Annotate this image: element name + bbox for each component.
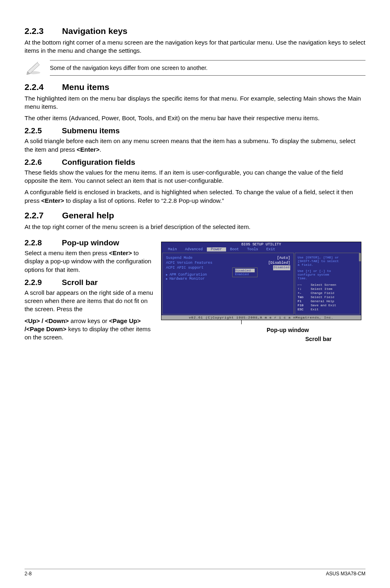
text: .	[99, 146, 101, 153]
para-225-1: A solid triangle before each item on any…	[25, 137, 365, 154]
heading-225: 2.2.5 Submenu items	[25, 126, 365, 135]
secnum: 2.2.4	[25, 82, 60, 92]
para-226-2: A configurable field is enclosed in brac…	[25, 188, 365, 205]
note-row: Some of the navigation keys differ from …	[25, 59, 365, 76]
bios-tab-exit[interactable]: Exit	[262, 247, 279, 251]
bios-help-line: Use [+] or [-] to	[298, 269, 357, 273]
bios-popup-option[interactable]: Disabled	[235, 269, 255, 272]
bios-popup-option[interactable]: Enabled	[235, 272, 255, 276]
heading-228: 2.2.8 Pop-up window	[25, 238, 155, 247]
nav-key: ESC	[298, 307, 308, 312]
bios-label: Suspend Mode	[166, 256, 193, 260]
bios-tab-boot[interactable]: Boot	[226, 247, 243, 251]
sectitle: Navigation keys	[62, 26, 128, 36]
note-text: Some of the navigation keys differ from …	[50, 60, 365, 76]
bios-help-line: Time.	[298, 276, 357, 280]
bios-help-line: [SHIFT-TAB] to select	[298, 259, 357, 263]
bios-menubar: Main Advanced Power Boot Tools Exit	[161, 247, 361, 252]
bios-row[interactable]: ACPI APIC support Disabled	[166, 265, 290, 270]
bios-tab-tools[interactable]: Tools	[243, 247, 262, 251]
bios-help-line: configure system	[298, 273, 357, 276]
key-enter: <Enter>	[77, 146, 100, 153]
heading-223: 2.2.3 Navigation keys	[25, 26, 365, 36]
text: to display a list of options. Refer to “…	[64, 197, 224, 204]
bios-tab-advanced[interactable]: Advanced	[181, 247, 207, 251]
sectitle: Submenu items	[62, 126, 119, 135]
bios-label: ACPI Version Features	[166, 260, 212, 265]
bios-label: ACPI APIC support	[166, 265, 204, 270]
sectitle: Menu items	[62, 82, 110, 92]
nav-key: F10	[298, 303, 308, 307]
secnum: 2.2.9	[25, 278, 60, 287]
bios-popup[interactable]: Disabled Enabled	[232, 267, 258, 277]
para-228-1: Select a menu item then press <Enter> to…	[25, 249, 155, 274]
nav-text: Exit	[311, 307, 318, 312]
para-224-2: The other items (Advanced, Power, Boot, …	[25, 114, 365, 122]
key-enter: <Enter>	[41, 197, 64, 204]
heading-226: 2.2.6 Configuration fields	[25, 158, 365, 167]
bios-help-line: a field.	[298, 263, 357, 267]
sectitle: Pop-up window	[62, 238, 119, 247]
bios-footer: v02.61 (C)Copyright 1985-2008,A m e r i …	[161, 315, 361, 320]
heading-227: 2.2.7 General help	[25, 211, 365, 220]
secnum: 2.2.8	[25, 238, 60, 247]
nav-key: ↑↓	[298, 287, 308, 291]
para-227-1: At the top right corner of the menu scre…	[25, 223, 365, 231]
para-223-1: At the bottom right corner of a menu scr…	[25, 38, 365, 55]
bios-value: [Auto]	[277, 256, 290, 260]
secnum: 2.2.6	[25, 158, 60, 167]
bios-submenu[interactable]: Hardware Monitor	[166, 277, 290, 281]
nav-key: +-	[298, 291, 308, 295]
text: arrow keys or	[69, 317, 109, 324]
nav-text: Change Field	[311, 291, 334, 295]
key-enter: <Enter>	[109, 249, 132, 256]
para-224-1: The highlighted item on the menu bar dis…	[25, 94, 365, 111]
nav-key: F1	[298, 299, 308, 303]
caption-popup: Pop-up window	[210, 327, 365, 333]
sectitle: General help	[62, 211, 114, 220]
key-updown: <Up> / <Down>	[25, 317, 69, 324]
text: Select a menu item then press	[25, 249, 109, 256]
nav-text: General Help	[311, 299, 334, 303]
nav-key: ←→	[298, 283, 308, 287]
nav-key: Tab	[298, 295, 308, 299]
bios-value: Disabled	[273, 265, 290, 270]
bios-nav-block: ←→Select Screen ↑↓Select Item +-Change F…	[298, 283, 357, 312]
para-226-1: These fields show the values for the men…	[25, 168, 365, 185]
bios-screenshot: BIOS SETUP UTILITY Main Advanced Power B…	[161, 242, 361, 320]
sectitle: Configuration fields	[62, 158, 135, 166]
bios-tab-main[interactable]: Main	[164, 247, 181, 251]
heading-229: 2.2.9 Scroll bar	[25, 278, 155, 287]
bios-title: BIOS SETUP UTILITY	[161, 242, 361, 247]
secnum: 2.2.5	[25, 126, 60, 135]
pencil-icon	[25, 59, 43, 76]
heading-224: 2.2.4 Menu items	[25, 82, 365, 92]
secnum: 2.2.7	[25, 211, 60, 220]
caption-scrollbar: Scroll bar	[271, 336, 365, 342]
text: A solid triangle before each item on any…	[25, 137, 355, 153]
bios-tab-power[interactable]: Power	[207, 247, 226, 251]
product-name: ASUS M3A78-CM	[326, 571, 365, 577]
bios-help-line: Use [ENTER], [TAB] or	[298, 256, 357, 259]
secnum: 2.2.3	[25, 26, 60, 36]
nav-text: Save and Exit	[311, 303, 336, 307]
bios-right-pane: Use [ENTER], [TAB] or [SHIFT-TAB] to sel…	[295, 253, 360, 314]
sectitle: Scroll bar	[62, 278, 98, 287]
nav-text: Select Field	[311, 295, 334, 299]
para-229-1: A scroll bar appears on the right side o…	[25, 289, 155, 314]
scrollbar-handle[interactable]	[359, 253, 361, 261]
bios-submenu[interactable]: APM Configuration	[166, 273, 290, 277]
bios-row[interactable]: Suspend Mode [Auto]	[166, 256, 290, 260]
nav-text: Select Item	[311, 287, 332, 291]
bios-row[interactable]: ACPI Version Features [Disabled]	[166, 260, 290, 265]
bios-value: [Disabled]	[268, 260, 290, 265]
nav-text: Select Screen	[311, 283, 336, 287]
page-number: 2-8	[25, 571, 31, 577]
para-229-2: <Up> / <Down> arrow keys or <Page Up> /<…	[25, 317, 155, 342]
bios-left-pane: Suspend Mode [Auto] ACPI Version Feature…	[162, 253, 294, 314]
